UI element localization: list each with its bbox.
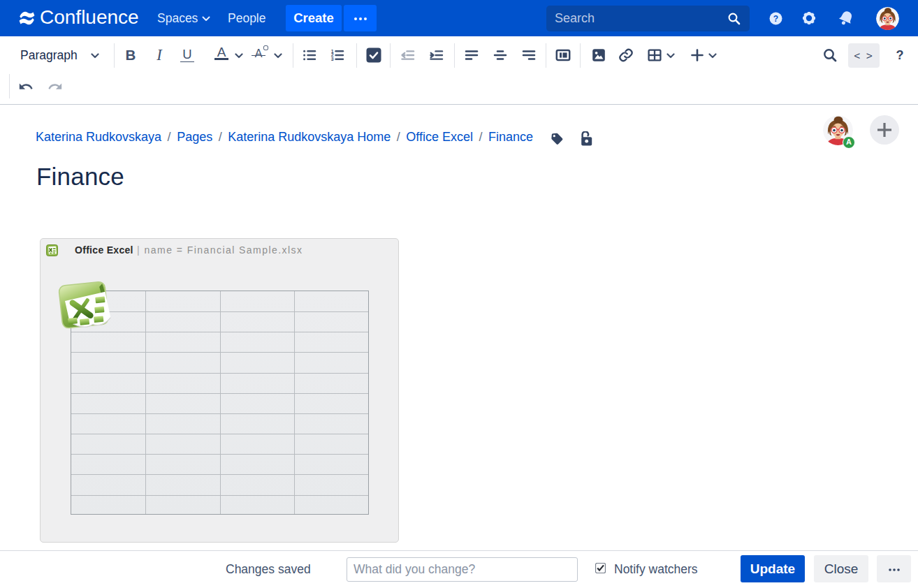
svg-text:?: ? [773,14,778,24]
svg-text:3: 3 [331,57,334,61]
